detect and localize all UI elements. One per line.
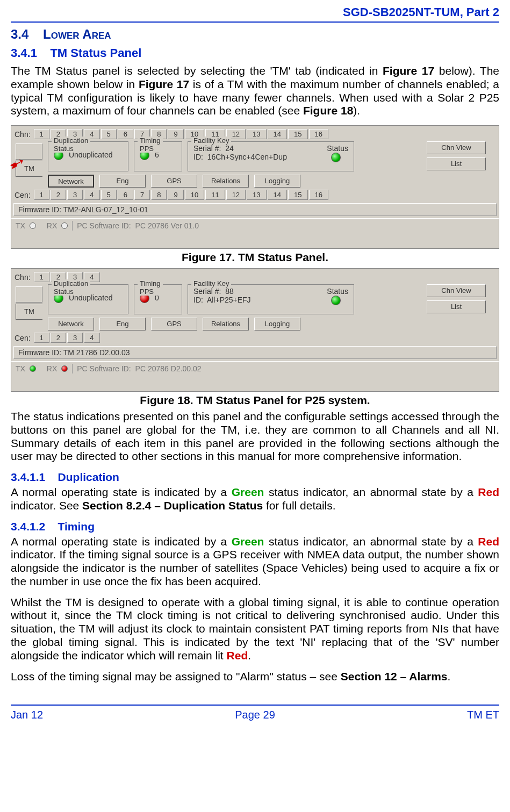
cen-tab[interactable]: 6 — [118, 190, 133, 200]
gps-button[interactable]: GPS — [151, 318, 197, 330]
pcsw-label: PC Software ID: — [77, 364, 131, 373]
cen-label: Cen: — [15, 334, 31, 342]
cen-tab[interactable]: 15 — [288, 190, 307, 200]
group-title: Facility Key — [191, 279, 231, 288]
chn-tab[interactable]: 9 — [168, 129, 183, 139]
cen-tab[interactable]: 8 — [151, 190, 167, 200]
id-value: 16Ch+Sync+4Cen+Dup — [207, 153, 287, 161]
side-tab-tm[interactable]: TM — [16, 304, 42, 320]
tx-led-icon — [30, 222, 36, 229]
figure-17-screenshot: ➸ Chn: 1 2 3 4 5 6 7 8 9 10 11 12 13 14 … — [11, 125, 499, 249]
chn-tab[interactable]: 15 — [288, 129, 307, 139]
firmware-label: Firmware ID: — [18, 205, 61, 214]
green-text: Green — [232, 535, 264, 548]
footer-page: Page 29 — [235, 709, 275, 721]
cen-channel-bar: 1 2 3 4 — [34, 333, 495, 343]
text: for full details. — [263, 499, 335, 512]
cen-tab[interactable]: 2 — [51, 333, 66, 343]
cen-tab[interactable]: 2 — [51, 190, 66, 200]
firmware-row: Firmware ID: TM2-ANLG-07_12_10-01 — [13, 203, 497, 216]
h4b-title: Timing — [58, 520, 95, 533]
gps-button[interactable]: GPS — [151, 175, 197, 188]
figure-18-screenshot: Chn: 1 2 3 4 TM DuplicationStatus Undupl… — [11, 268, 499, 392]
footer-section: TM ET — [467, 709, 499, 721]
chn-tab[interactable]: 6 — [118, 129, 133, 139]
section-ref: Section 8.2.4 – Duplication Status — [82, 499, 263, 512]
h4a-number: 3.4.1.1 — [11, 471, 45, 483]
cen-tab[interactable]: 5 — [101, 190, 117, 200]
cen-tab[interactable]: 1 — [34, 190, 49, 200]
chn-label: Chn: — [15, 130, 31, 139]
ref-fig17a: Figure 17 — [383, 64, 434, 77]
chn-tab[interactable]: 16 — [309, 129, 328, 139]
tx-label: TX — [16, 364, 25, 373]
para-status-indications: The status indications presented on this… — [11, 410, 499, 463]
cen-tab[interactable]: 11 — [205, 190, 225, 200]
cen-tab[interactable]: 3 — [67, 333, 83, 343]
text: indicator. See — [11, 499, 82, 512]
cen-tab[interactable]: 14 — [268, 190, 287, 200]
list-button[interactable]: List — [427, 300, 486, 313]
status-bar: TX RX PC Software ID: PC 20786 Ver 01.0 — [11, 218, 499, 233]
cen-tab[interactable]: 9 — [168, 190, 183, 200]
facility-status-led-icon — [331, 153, 341, 162]
figure-17-caption: Figure 17. TM Status Panel. — [11, 251, 499, 264]
text: A normal operating state is indicated by… — [11, 535, 232, 548]
timing-group: TimingPPS 0 — [134, 284, 182, 314]
firmware-value: TM2-ANLG-07_12_10-01 — [63, 205, 148, 214]
cen-tab[interactable]: 12 — [226, 190, 246, 200]
section-ref: Section 12 – Alarms — [341, 670, 448, 682]
list-button[interactable]: List — [427, 157, 486, 170]
cen-tab[interactable]: 7 — [134, 190, 150, 200]
chn-view-button[interactable]: Chn View — [427, 141, 486, 154]
eng-button[interactable]: Eng — [99, 175, 146, 188]
heading-lower-area: 3.4 Lower Area — [11, 27, 499, 42]
side-tab-blank[interactable] — [16, 143, 42, 160]
ref-fig18: Figure 18 — [303, 104, 353, 117]
h3-number: 3.4.1 — [11, 46, 37, 60]
ref-fig17b: Figure 17 — [139, 78, 189, 90]
network-button[interactable]: Network — [48, 175, 94, 188]
chn-channel-bar: 1 2 3 4 — [34, 272, 495, 282]
pcsw-value: PC 20786 D2.00.02 — [135, 364, 202, 373]
tx-label: TX — [16, 221, 25, 230]
side-tab-tm[interactable]: TM — [16, 161, 42, 177]
h2-number: 3.4 — [11, 27, 28, 41]
cen-tab[interactable]: 16 — [309, 190, 328, 200]
red-text: Red — [478, 486, 499, 498]
group-title: Duplication — [54, 279, 88, 288]
rx-label: RX — [47, 221, 57, 230]
relations-button[interactable]: Relations — [203, 318, 249, 330]
cen-tab[interactable]: 3 — [67, 190, 83, 200]
heading-timing: 3.4.1.2 Timing — [11, 520, 499, 533]
cen-tab[interactable]: 1 — [34, 333, 49, 343]
facility-status-led-icon — [331, 296, 341, 305]
chn-tab[interactable]: 14 — [268, 129, 287, 139]
timing-group: TimingPPS 6 — [134, 141, 182, 171]
cen-tab[interactable]: 4 — [84, 190, 99, 200]
chn-tab[interactable]: 5 — [101, 129, 117, 139]
chn-view-button[interactable]: Chn View — [427, 284, 486, 297]
facility-key-group: Facility Key Serial #: 24 ID: 16Ch+Sync+… — [188, 141, 354, 171]
chn-tab[interactable]: 1 — [34, 129, 49, 139]
red-text: Red — [478, 535, 499, 548]
text: ). — [353, 104, 360, 117]
h4b-number: 3.4.1.2 — [11, 520, 45, 533]
cen-tab[interactable]: 10 — [185, 190, 204, 200]
relations-button[interactable]: Relations — [203, 175, 249, 188]
doc-id: SGD-SB2025NT-TUM, Part 2 — [11, 5, 499, 19]
cen-tab[interactable]: 13 — [247, 190, 266, 200]
eng-button[interactable]: Eng — [99, 318, 146, 330]
network-button[interactable]: Network — [48, 318, 94, 330]
cen-tab[interactable]: 4 — [84, 333, 99, 343]
status-label: Status — [327, 144, 348, 153]
chn-tab[interactable]: 1 — [34, 272, 49, 282]
figure-18-caption: Figure 18. TM Status Panel for P25 syste… — [11, 394, 499, 407]
tx-led-icon — [30, 365, 36, 372]
side-tab-blank[interactable] — [16, 286, 42, 303]
text: indicator. If the timing signal source i… — [11, 548, 499, 587]
chn-tab[interactable]: 13 — [247, 129, 266, 139]
para-timing-1: A normal operating state is indicated by… — [11, 535, 499, 588]
logging-button[interactable]: Logging — [254, 175, 300, 188]
logging-button[interactable]: Logging — [254, 318, 300, 330]
